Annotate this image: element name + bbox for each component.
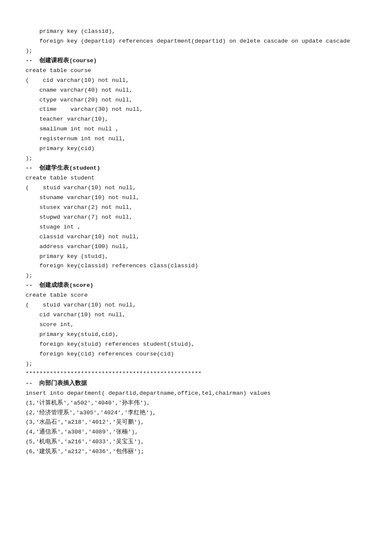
code-line: (6,'建筑系','a212','4036','包伟丽'); (26, 447, 366, 457)
code-line: foreign key(stuid) references student(st… (26, 340, 366, 350)
code-line: create table student (26, 173, 366, 183)
code-line: smallnum int not null , (26, 124, 366, 134)
code-line: primary key (stuid), (26, 252, 366, 262)
code-line: ctime varchar(30) not null, (26, 105, 366, 115)
code-line: cid varchar(10) not null, (26, 310, 366, 320)
code-line: stupwd varchar(7) not null, (26, 213, 366, 223)
code-line: address varchar(100) null, (26, 242, 366, 252)
code-line: ( cid varchar(10) not null, (26, 76, 366, 86)
code-line: primary key (classid), (26, 27, 366, 37)
code-line: foreign key(classid) references class(cl… (26, 261, 366, 271)
code-line: -- 向部门表插入数据 (26, 379, 366, 389)
code-line: ctype varchar(20) not null, (26, 95, 366, 105)
code-line: (4,'通信系','a308','4089','张楠'), (26, 428, 366, 437)
code-line: ); (26, 46, 366, 56)
code-line: primary key(cid) (26, 144, 366, 154)
code-line: -- 创建学生表(student) (26, 164, 366, 173)
code-line: stuage int , (26, 223, 366, 232)
code-line: stusex varchar(2) not null, (26, 203, 366, 213)
code-line: ****************************************… (26, 369, 366, 379)
code-line: foreign key (departid) references depart… (26, 37, 366, 46)
code-line: stuname varchar(10) not null, (26, 193, 366, 203)
code-line: registernum int not null, (26, 134, 366, 144)
code-line: ( stuid varchar(10) not null, (26, 183, 366, 193)
code-line: ); (26, 271, 366, 281)
code-line: (5,'机电系','a216','4033','吴宝玉'), (26, 437, 366, 447)
code-line: foreign key(cid) references course(cid) (26, 350, 366, 359)
code-line: -- 创建成绩表(score) (26, 281, 366, 291)
code-line: create table course (26, 66, 366, 76)
code-line: create table score (26, 291, 366, 301)
code-line: teacher varchar(10), (26, 115, 366, 124)
code-line: insert into department( departid,departn… (26, 389, 366, 399)
code-line: -- 创建课程表(course) (26, 56, 366, 66)
code-line: (3,'水晶石','a218','4012','吴可鹏'), (26, 418, 366, 428)
code-line: cname varchar(40) not null, (26, 86, 366, 95)
code-line: ); (26, 154, 366, 164)
code-line: (1,'计算机系','a502','4040','孙丰伟'), (26, 399, 366, 408)
code-line: ( stuid varchar(10) not null, (26, 301, 366, 310)
code-line: classid varchar(10) not null, (26, 232, 366, 242)
code-line: score int, (26, 320, 366, 330)
code-content: primary key (classid), foreign key (depa… (26, 17, 366, 457)
code-line: primary key(stuid,cid), (26, 330, 366, 340)
code-line: (2,'经济管理系','a305','4024','李红艳'), (26, 408, 366, 418)
code-line: ); (26, 359, 366, 369)
